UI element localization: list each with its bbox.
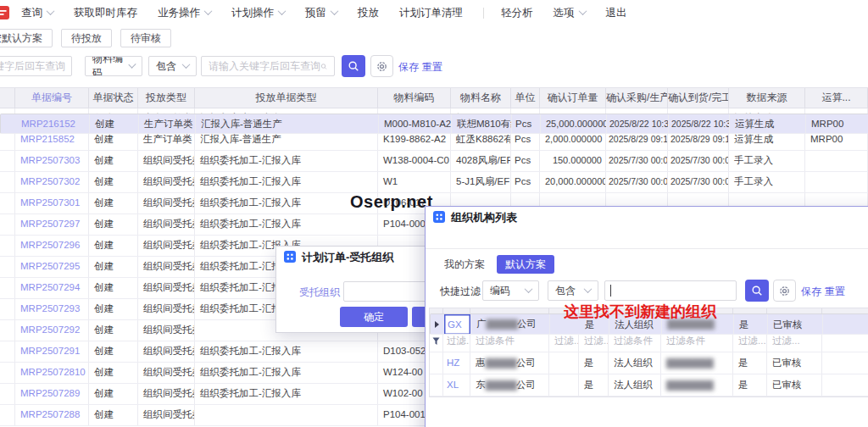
cell-release-type: 组织间受托类 — [138, 193, 195, 214]
menu-item-label: 轻分析 — [501, 6, 533, 20]
confirm-button[interactable]: 确定 — [340, 307, 408, 327]
cell-data-status: 已审核 — [767, 374, 822, 396]
keyword-input[interactable] — [604, 280, 737, 301]
operator-select[interactable]: 包含 — [148, 56, 197, 76]
column-header-confirm-date2[interactable]: 确认到货/完工... — [668, 88, 729, 108]
menu-item[interactable]: 查询 — [21, 6, 53, 20]
dialog-plan-order-org: 计划订单-受托组织 受托组织 确定 — [275, 246, 445, 333]
cell-doc-type: 汇报入库-普通生产 — [196, 114, 379, 134]
column-header-release-type[interactable]: 投放类型 — [138, 88, 195, 108]
table-row[interactable]: MRP2507303 创建 组织间受托类 组织委托加工-汇报入库 W138-00… — [0, 151, 868, 172]
menu-item[interactable]: 退出 — [606, 6, 627, 20]
chevron-down-icon — [182, 60, 191, 69]
menu-item[interactable]: 投放 — [358, 6, 379, 20]
cell-bill-no[interactable]: MRP2507301 — [15, 193, 89, 214]
cell-bill-no[interactable]: MRP2507303 — [15, 151, 89, 171]
org-table-body: GX 广██████公司 是 法人组织 █████████ 是 已审核 HZ 惠… — [430, 352, 868, 396]
row-indicator-cell — [0, 363, 15, 383]
operator-select-value: 包含 — [555, 284, 576, 298]
column-header-unit[interactable]: 单位 — [511, 88, 540, 108]
column-header-bill-no[interactable]: 单据编号 — [15, 88, 89, 108]
save-link[interactable]: 保存 — [398, 60, 419, 75]
reset-link[interactable]: 重置 — [825, 285, 845, 299]
column-header-qty[interactable]: 确认订单量 — [540, 88, 606, 108]
tab-default-scheme[interactable]: 默认方案 — [497, 255, 554, 274]
column-header-confirm-date1[interactable]: 确认采购/生产... — [606, 88, 668, 108]
cell-org-type: 法人组织 — [609, 374, 661, 396]
cell-bill-no[interactable]: MRP2507294 — [15, 278, 89, 298]
column-header-doc-type[interactable]: 投放单据类型 — [195, 88, 378, 108]
settings-button[interactable] — [370, 55, 393, 77]
row-indicator-cell — [0, 193, 15, 214]
cell-confirm-date1: 2025/8/22 10:32 — [607, 114, 669, 134]
menu-item[interactable]: 轻分析 — [483, 6, 533, 20]
cell-org-code[interactable]: GX — [444, 314, 471, 335]
cell-business: 是 — [734, 314, 768, 335]
cell-form — [549, 352, 579, 374]
row-indicator-cell — [0, 341, 15, 362]
cell-bill-no[interactable]: MRP2507302 — [15, 172, 89, 192]
field-select-value: 编码 — [490, 284, 510, 298]
field-select[interactable]: 编码 — [482, 280, 539, 301]
cell-bill-no[interactable]: MRP2507289 — [15, 384, 89, 404]
chevron-down-icon — [47, 7, 55, 15]
cell-bill-no[interactable]: MRP2507288 — [15, 405, 89, 425]
cell-status: 创建 — [89, 320, 138, 341]
dialog-title-bar[interactable]: 组织机构列表 — [426, 207, 868, 229]
column-header-material-name[interactable]: 物料名称 — [451, 88, 511, 108]
cell-bill-no[interactable]: MRP2507297 — [15, 214, 89, 235]
quick-search-input[interactable]: 请输入关键字后回车查询 — [0, 56, 72, 76]
menu-item-label: 查询 — [21, 6, 42, 20]
reset-link[interactable]: 重置 — [422, 60, 442, 75]
table-row[interactable]: MRP216152 创建 生产订单类 汇报入库-普通生产 M000-M810-A… — [0, 114, 868, 134]
menu-item[interactable]: 预留 — [305, 6, 337, 20]
search-button[interactable] — [342, 55, 365, 77]
table-row[interactable]: MRP2507302 创建 组织间受托类 组织委托加工-汇报入库 W1 5-J1… — [0, 172, 868, 193]
cell-bill-no[interactable]: MRP25072810 — [15, 363, 89, 383]
cell-bill-no[interactable]: MRP2507291 — [15, 341, 89, 362]
column-header-data-source[interactable]: 数据来源 — [729, 88, 805, 108]
menu-item[interactable]: 计划订单清理 — [399, 6, 463, 20]
cell-bill-no[interactable]: MRP2507296 — [15, 236, 89, 256]
save-link[interactable]: 保存 — [801, 285, 821, 299]
cell-bill-no[interactable]: MRP2507293 — [15, 299, 89, 319]
scheme-tab[interactable]: 待审核 — [120, 29, 171, 47]
cell-bill-no[interactable]: MRP2507295 — [15, 257, 89, 277]
cell-confirm-date2: 2025/8/22 10:32 — [669, 114, 730, 134]
keyword-input[interactable]: 请输入关键字后回车查询 — [201, 56, 335, 76]
operator-select[interactable]: 包含 — [548, 280, 598, 301]
cell-bill-no[interactable]: MRP216152 — [16, 114, 90, 134]
menu-item[interactable]: 选项 — [554, 6, 586, 20]
cell-blank — [822, 352, 868, 374]
field-select[interactable]: 物料编码 — [85, 56, 142, 76]
cell-bill-no[interactable]: MRP2507292 — [15, 320, 89, 341]
menu-divider — [483, 8, 484, 19]
column-header-status[interactable]: 单据状态 — [89, 88, 138, 108]
search-button[interactable] — [745, 280, 769, 302]
column-header-material-code[interactable]: 物料编码 — [378, 88, 451, 108]
settings-button[interactable] — [773, 280, 796, 302]
cell-confirm-date1: 2025/7/30 00:00 — [606, 172, 668, 192]
tab-my-scheme[interactable]: 我的方案 — [444, 258, 485, 272]
cell-status: 创建 — [89, 151, 138, 171]
org-row[interactable]: HZ 惠██████公司 是 法人组织 █████████ 是 已审核 — [430, 352, 868, 374]
scheme-tab[interactable]: 待投放 — [61, 29, 112, 47]
dialog-title-bar[interactable]: 计划订单-受托组织 — [276, 247, 444, 269]
redacted-text: █████████ — [666, 380, 713, 390]
cell-org-code[interactable]: HZ — [443, 352, 470, 374]
scheme-tab-label: 按默认方案 — [0, 32, 42, 44]
column-header-calc[interactable]: 运算... — [805, 88, 868, 108]
menu-item[interactable]: 业务操作 — [158, 6, 211, 20]
filter-bar: 请输入关键字后回车查询 物料编码 包含 请输入关键字后回车查询 保存 重置 — [0, 51, 868, 87]
menu-item-label: 计划操作 — [231, 6, 274, 20]
menu-item[interactable]: 计划操作 — [231, 6, 285, 20]
annotation-text: 这里找不到新建的组织 — [564, 302, 716, 322]
cell-data-status: 已审核 — [767, 352, 822, 374]
cell-org-code[interactable]: XL — [443, 374, 470, 396]
org-row[interactable]: XL 东██████公司 是 法人组织 █████████ 是 已审核 — [430, 374, 868, 396]
cell-doc-type: 组织委托加工-汇报入库 — [195, 151, 378, 171]
scheme-tab[interactable]: 按默认方案 — [0, 29, 53, 47]
row-indicator-cell — [0, 236, 15, 256]
menu-item[interactable]: 获取即时库存 — [74, 6, 137, 20]
cell-release-type: 组织间受托类 — [138, 320, 195, 341]
